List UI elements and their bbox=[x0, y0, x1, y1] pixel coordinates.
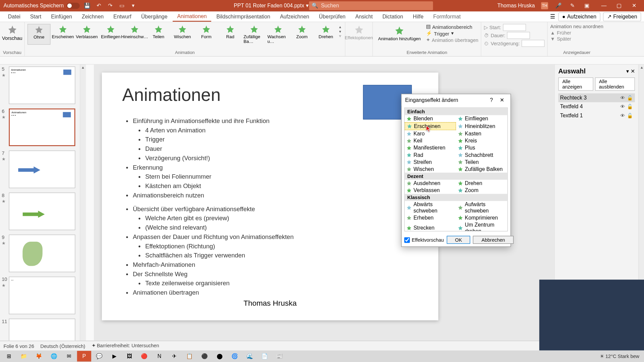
animation-pane-button[interactable]: ▤ Animationsbereich bbox=[426, 24, 478, 29]
bullet-item[interactable]: Texte zeilenweise organisieren bbox=[145, 279, 418, 288]
mic-icon[interactable]: 🎤 bbox=[554, 2, 562, 10]
app-icon[interactable]: 📄 bbox=[258, 351, 272, 362]
slide-canvas[interactable]: Animationen Einführung in Animationseffe… bbox=[102, 72, 438, 320]
effect-option[interactable]: Teilen bbox=[456, 159, 507, 166]
gallery-more-icon[interactable]: ▴▾▿ bbox=[338, 24, 342, 45]
explorer-icon[interactable]: 📁 bbox=[17, 351, 31, 362]
tab-formformat[interactable]: Formformat bbox=[429, 12, 465, 21]
slide-position[interactable]: Folie 6 von 26 bbox=[4, 343, 34, 349]
share-button[interactable]: ↗ Freigeben bbox=[603, 12, 641, 21]
more-icon[interactable]: ▾ bbox=[129, 2, 138, 10]
tab-datei[interactable]: Datei bbox=[4, 12, 25, 21]
hide-all-button[interactable]: Alle ausblenden bbox=[595, 77, 635, 91]
effect-option[interactable]: Komprimieren bbox=[456, 214, 507, 221]
dialog-close-icon[interactable]: ✕ bbox=[497, 97, 507, 103]
effect-option[interactable]: Zoom bbox=[456, 187, 507, 194]
show-all-button[interactable]: Alle anzeigen bbox=[558, 77, 593, 91]
author-text[interactable]: Thomas Hruska bbox=[244, 299, 297, 308]
username[interactable]: Thomas Hruska bbox=[497, 3, 535, 9]
animation-painter-button[interactable]: ✦ Animation übertragen bbox=[426, 37, 478, 43]
effect-option[interactable]: Blenden bbox=[405, 115, 456, 122]
animation-gallery-item[interactable]: Einfliegen bbox=[99, 24, 122, 45]
ok-button[interactable]: OK bbox=[446, 236, 470, 244]
effect-preview-checkbox[interactable]: Effektvorschau bbox=[404, 237, 444, 243]
minimize-icon[interactable]: — bbox=[597, 0, 611, 11]
lock-icon[interactable]: 🔓 bbox=[627, 95, 633, 101]
collapse-ribbon-icon[interactable]: ☰ bbox=[550, 13, 555, 20]
cancel-button[interactable]: Abbrechen bbox=[473, 236, 513, 244]
delay-input[interactable] bbox=[522, 40, 545, 47]
bullet-item[interactable]: (Welche sind relevant) bbox=[145, 223, 418, 232]
app-icon[interactable]: 📰 bbox=[273, 351, 287, 362]
firefox-icon[interactable]: 🦊 bbox=[32, 351, 46, 362]
bullet-item[interactable]: Schaltflächen als Trigger verwenden bbox=[145, 251, 418, 260]
effect-option[interactable]: Verblassen bbox=[405, 187, 456, 194]
bullet-item[interactable]: Animationen übertragen bbox=[133, 288, 418, 297]
duration-input[interactable] bbox=[507, 32, 530, 39]
close-pane-icon[interactable]: ✕ bbox=[631, 68, 635, 74]
vlc-icon[interactable]: ▶ bbox=[107, 351, 121, 362]
animation-gallery-item[interactable]: Erscheinen bbox=[51, 24, 74, 45]
bullet-item[interactable]: Effektoptionen (Richtung) bbox=[145, 242, 418, 251]
language[interactable]: Deutsch (Österreich) bbox=[40, 343, 85, 349]
visibility-icon[interactable]: 👁 bbox=[620, 113, 625, 118]
edge-icon[interactable]: 🌊 bbox=[243, 351, 257, 362]
autosave-toggle[interactable]: Automatisches Speichern bbox=[4, 3, 80, 9]
visibility-icon[interactable]: 👁 bbox=[620, 95, 625, 101]
effect-option[interactable]: Einfliegen bbox=[456, 115, 507, 122]
app-icon[interactable]: ⬤ bbox=[213, 351, 227, 362]
bullet-item[interactable]: ErkennungStern bei FoliennummerKästchen … bbox=[133, 163, 418, 191]
close-icon[interactable]: ✕ bbox=[627, 0, 641, 11]
bullet-item[interactable]: Einführung in Animationseffekte und ihre… bbox=[133, 116, 418, 163]
search-box[interactable]: 🔍 bbox=[309, 1, 433, 10]
start-select[interactable] bbox=[503, 24, 526, 31]
bullet-item[interactable]: Kästchen am Objekt bbox=[145, 181, 418, 191]
telegram-icon[interactable]: ✈ bbox=[167, 351, 181, 362]
effect-option[interactable]: Wischen bbox=[405, 166, 456, 173]
effect-option[interactable]: Strecken bbox=[405, 221, 456, 231]
tab-entwurf[interactable]: Entwurf bbox=[109, 12, 136, 21]
move-earlier-button[interactable]: ▲ Früher bbox=[550, 30, 603, 36]
animation-gallery-item[interactable]: Wischen bbox=[171, 24, 194, 45]
bullet-item[interactable]: 4 Arten von Animation bbox=[145, 126, 418, 135]
slide-thumbnail[interactable]: 5★Animationen• • • bbox=[4, 66, 76, 104]
add-animation-button[interactable]: Animation hinzufügen bbox=[375, 24, 423, 43]
bullet-item[interactable]: Verzögerung (Vorsicht!) bbox=[145, 154, 418, 163]
effect-option[interactable]: Keil bbox=[405, 137, 456, 144]
effect-option[interactable]: Schachbrett bbox=[456, 151, 507, 158]
effect-option[interactable]: Streifen bbox=[405, 159, 456, 166]
effect-option[interactable]: Erheben bbox=[405, 214, 456, 221]
preview-button[interactable]: Vorschau bbox=[0, 24, 25, 42]
move-later-button[interactable]: ▼ Später bbox=[550, 36, 603, 42]
effect-option[interactable]: Drehen bbox=[456, 180, 507, 187]
tab-ansicht[interactable]: Ansicht bbox=[351, 12, 377, 21]
effect-option[interactable]: Zufällige Balken bbox=[456, 166, 507, 173]
pen-icon[interactable]: ✎ bbox=[569, 2, 577, 10]
bullet-item[interactable]: Übersicht über verfügbare Animationseffe… bbox=[133, 204, 418, 232]
animation-gallery-item[interactable]: Form bbox=[195, 24, 218, 45]
tab-zeichnen[interactable]: Zeichnen bbox=[77, 12, 108, 21]
chrome-icon[interactable]: 🌐 bbox=[47, 351, 61, 362]
app-icon[interactable]: 📋 bbox=[182, 351, 197, 362]
save-icon[interactable]: 💾 bbox=[83, 2, 91, 10]
app-icon[interactable]: 🖼 bbox=[122, 351, 136, 362]
scroll-up-icon[interactable]: ▴ bbox=[80, 65, 86, 71]
effect-option[interactable]: Manifestieren bbox=[405, 144, 456, 151]
onenote-icon[interactable]: N bbox=[152, 351, 166, 362]
animation-gallery-item[interactable]: Drehen bbox=[314, 24, 337, 45]
tab-hilfe[interactable]: Hilfe bbox=[409, 12, 428, 21]
effect-option[interactable]: Aufwärts schweben bbox=[456, 201, 507, 214]
taskbar[interactable]: ⊞ 📁 🦊 🌐 ✉ P 💬 ▶ 🖼 🔴 N ✈ 📋 ⚫ ⬤ 🌀 🌊 📄 📰 ☀ … bbox=[0, 350, 644, 362]
tab-bildschirmpräsentation[interactable]: Bildschirmpräsentation bbox=[212, 12, 275, 21]
slide-thumbnail[interactable]: 6★Animationen• • • bbox=[4, 108, 76, 146]
present-icon[interactable]: ▣ bbox=[583, 2, 591, 10]
app-icon[interactable]: 🌀 bbox=[227, 351, 241, 362]
selection-object[interactable]: Rechteck 3👁🔓 bbox=[558, 94, 635, 102]
slide-thumbnail[interactable]: 11 bbox=[4, 318, 76, 343]
accessibility-check[interactable]: ✦ Barrierefreiheit: Untersuchen bbox=[92, 343, 159, 349]
chevron-down-icon[interactable]: ▾ bbox=[626, 68, 629, 74]
help-icon[interactable]: ? bbox=[487, 97, 496, 103]
tab-aufzeichnen[interactable]: Aufzeichnen bbox=[275, 12, 314, 21]
slide-thumbnail[interactable]: 7★ bbox=[4, 150, 76, 188]
visibility-icon[interactable]: 👁 bbox=[620, 104, 625, 110]
